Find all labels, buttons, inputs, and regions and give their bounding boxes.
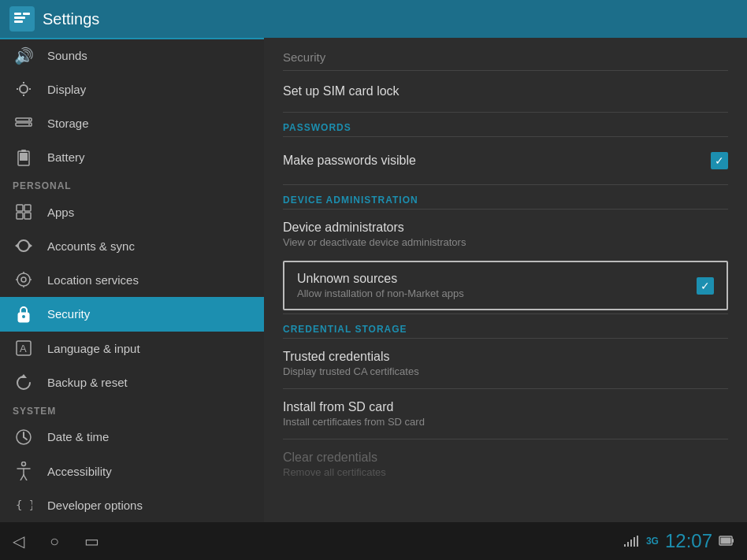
- sidebar-item-storage[interactable]: Storage: [0, 106, 264, 140]
- battery-icon: [13, 146, 35, 169]
- sidebar-item-display[interactable]: Display: [0, 72, 264, 106]
- sim-card-lock-title: Set up SIM card lock: [283, 84, 728, 98]
- sidebar-item-sounds[interactable]: 🔊 Sounds: [0, 38, 264, 72]
- storage-icon: [13, 113, 35, 135]
- make-passwords-checkbox[interactable]: ✓: [711, 152, 728, 169]
- sidebar-item-location-services[interactable]: Location services: [0, 263, 264, 297]
- sidebar-item-accessibility-label: Accessibility: [47, 465, 112, 478]
- clear-credentials-item[interactable]: Clear credentials Remove all certificate…: [264, 439, 747, 489]
- battery-status-icon: [719, 535, 734, 547]
- svg-line-40: [24, 475, 27, 480]
- svg-rect-16: [17, 205, 23, 211]
- accessibility-icon: [13, 460, 35, 482]
- unknown-sources-check-icon: ✓: [701, 280, 710, 292]
- security-page-title: Security: [264, 38, 747, 70]
- sidebar-item-language-input[interactable]: A Language & input: [0, 332, 264, 365]
- recents-button[interactable]: ▭: [84, 532, 99, 551]
- svg-rect-14: [21, 150, 26, 152]
- svg-rect-48: [732, 539, 734, 543]
- unknown-sources-item[interactable]: Unknown sources Allow installation of no…: [283, 261, 728, 310]
- sidebar-item-battery[interactable]: Battery: [0, 140, 264, 174]
- sidebar-item-developer-options[interactable]: { } Developer options: [0, 488, 264, 522]
- svg-rect-18: [17, 213, 23, 219]
- install-sd-title: Install from SD card: [283, 400, 728, 414]
- display-icon: [13, 78, 35, 100]
- sidebar-item-developer-label: Developer options: [47, 499, 143, 512]
- svg-line-35: [24, 437, 27, 439]
- svg-point-12: [28, 124, 30, 125]
- clear-creds-title: Clear credentials: [283, 451, 728, 465]
- sidebar-item-apps[interactable]: Apps: [0, 195, 264, 228]
- apps-icon: [13, 201, 35, 223]
- sidebar-item-date-time[interactable]: Date & time: [0, 420, 264, 454]
- sidebar-item-apps-label: Apps: [47, 206, 74, 219]
- sidebar-item-security-label: Security: [47, 307, 90, 321]
- sidebar-item-language-label: Language & input: [47, 342, 140, 355]
- system-section-label: SYSTEM: [0, 399, 264, 420]
- status-right-area: 3G 12:07: [624, 530, 734, 552]
- app-icon: [9, 6, 35, 32]
- home-button[interactable]: ○: [50, 532, 59, 551]
- network-badge: 3G: [646, 536, 659, 547]
- trusted-creds-subtitle: Display trusted CA certificates: [283, 365, 728, 377]
- signal-icons: [624, 535, 640, 547]
- clear-creds-subtitle: Remove all certificates: [283, 466, 728, 478]
- svg-point-29: [22, 315, 25, 318]
- sidebar-item-storage-label: Storage: [47, 117, 89, 130]
- accounts-sync-icon: [13, 235, 35, 257]
- make-passwords-visible-item[interactable]: Make passwords visible ✓: [264, 137, 747, 184]
- install-sd-subtitle: Install certificates from SD card: [283, 416, 728, 428]
- unknown-sources-checkbox[interactable]: ✓: [697, 277, 714, 295]
- sidebar-item-location-label: Location services: [47, 273, 139, 287]
- device-admin-subtitle: View or deactivate device administrators: [283, 236, 728, 248]
- backup-icon: [13, 372, 35, 394]
- svg-rect-15: [20, 153, 28, 161]
- svg-point-23: [21, 277, 26, 282]
- sidebar-item-security[interactable]: Security: [0, 297, 264, 331]
- sidebar: 🔊 Sounds Display: [0, 38, 264, 522]
- device-administrators-item[interactable]: Device administrators View or deactivate…: [264, 210, 747, 259]
- svg-point-36: [22, 462, 26, 466]
- svg-point-4: [20, 85, 28, 93]
- svg-rect-2: [14, 20, 23, 23]
- checkbox-check-icon: ✓: [715, 154, 724, 167]
- back-button[interactable]: ◁: [13, 532, 24, 551]
- developer-icon: { }: [13, 494, 35, 516]
- sidebar-item-battery-label: Battery: [47, 150, 85, 164]
- app-title: Settings: [43, 10, 99, 28]
- svg-rect-17: [24, 205, 31, 211]
- unknown-sources-subtitle: Allow installation of non-Market apps: [297, 287, 697, 299]
- main-area: 🔊 Sounds Display: [0, 38, 747, 522]
- trusted-creds-title: Trusted credentials: [283, 350, 728, 364]
- device-admin-header: DEVICE ADMINISTRATION: [264, 185, 747, 209]
- personal-section-label: PERSONAL: [0, 174, 264, 195]
- sidebar-item-accounts-sync[interactable]: Accounts & sync: [0, 229, 264, 263]
- security-icon: [13, 303, 35, 325]
- svg-rect-0: [14, 13, 21, 15]
- language-icon: A: [13, 337, 35, 359]
- top-bar: Settings: [0, 0, 747, 38]
- svg-rect-1: [14, 17, 25, 19]
- sidebar-item-backup-label: Backup & reset: [47, 376, 128, 389]
- sidebar-item-backup-reset[interactable]: Backup & reset: [0, 365, 264, 399]
- svg-marker-21: [15, 243, 18, 248]
- svg-text:{ }: { }: [16, 499, 32, 511]
- svg-line-39: [20, 475, 24, 480]
- sim-card-lock-item[interactable]: Set up SIM card lock: [264, 71, 747, 112]
- device-admin-title: Device administrators: [283, 221, 728, 235]
- svg-rect-19: [24, 213, 31, 219]
- sidebar-item-accounts-sync-label: Accounts & sync: [47, 239, 135, 253]
- svg-rect-49: [721, 538, 731, 544]
- svg-text:A: A: [20, 343, 27, 354]
- sounds-icon: 🔊: [13, 45, 35, 67]
- content-panel: Security Set up SIM card lock PASSWORDS …: [264, 38, 747, 522]
- sidebar-item-datetime-label: Date & time: [47, 430, 109, 443]
- trusted-credentials-item[interactable]: Trusted credentials Display trusted CA c…: [264, 339, 747, 388]
- install-from-sd-item[interactable]: Install from SD card Install certificate…: [264, 389, 747, 439]
- svg-point-11: [28, 119, 30, 121]
- svg-marker-20: [29, 243, 32, 248]
- sidebar-item-sounds-label: Sounds: [47, 49, 87, 62]
- make-passwords-title: Make passwords visible: [283, 154, 711, 168]
- status-bar: ◁ ○ ▭ 3G 12:07: [0, 522, 747, 560]
- sidebar-item-accessibility[interactable]: Accessibility: [0, 454, 264, 488]
